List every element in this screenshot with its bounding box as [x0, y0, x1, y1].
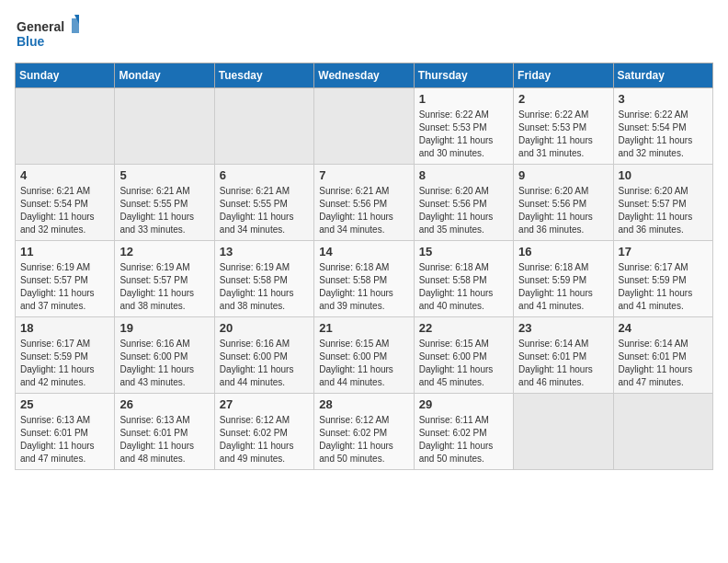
calendar-cell: [115, 88, 214, 165]
day-info: Sunrise: 6:16 AM Sunset: 6:00 PM Dayligh…: [119, 338, 209, 389]
calendar-cell: 11Sunrise: 6:19 AM Sunset: 5:57 PM Dayli…: [16, 241, 115, 317]
calendar-cell: 12Sunrise: 6:19 AM Sunset: 5:57 PM Dayli…: [115, 241, 214, 317]
day-header-sunday: Sunday: [16, 63, 115, 88]
day-header-friday: Friday: [514, 63, 613, 88]
day-info: Sunrise: 6:22 AM Sunset: 5:53 PM Dayligh…: [419, 109, 508, 160]
day-number: 3: [619, 92, 708, 106]
header: General Blue: [15, 15, 713, 52]
day-info: Sunrise: 6:13 AM Sunset: 6:01 PM Dayligh…: [119, 414, 209, 465]
calendar-cell: 9Sunrise: 6:20 AM Sunset: 5:56 PM Daylig…: [514, 165, 613, 241]
calendar-cell: 21Sunrise: 6:15 AM Sunset: 6:00 PM Dayli…: [314, 317, 414, 394]
day-number: 2: [518, 92, 608, 106]
day-header-tuesday: Tuesday: [214, 63, 313, 88]
day-info: Sunrise: 6:15 AM Sunset: 6:00 PM Dayligh…: [319, 338, 408, 389]
day-number: 23: [518, 321, 608, 335]
calendar-cell: 29Sunrise: 6:11 AM Sunset: 6:02 PM Dayli…: [414, 394, 513, 470]
day-number: 26: [119, 397, 209, 411]
day-number: 7: [319, 168, 408, 182]
day-info: Sunrise: 6:21 AM Sunset: 5:55 PM Dayligh…: [119, 185, 209, 236]
calendar-cell: 26Sunrise: 6:13 AM Sunset: 6:01 PM Dayli…: [115, 394, 214, 470]
day-number: 6: [220, 168, 309, 182]
day-number: 4: [20, 168, 109, 182]
day-number: 20: [220, 321, 309, 335]
day-info: Sunrise: 6:18 AM Sunset: 5:59 PM Dayligh…: [518, 261, 608, 313]
day-header-wednesday: Wednesday: [314, 63, 414, 88]
day-number: 28: [319, 397, 408, 411]
logo-svg: General Blue: [15, 15, 79, 52]
calendar-cell: [214, 88, 313, 165]
day-info: Sunrise: 6:14 AM Sunset: 6:01 PM Dayligh…: [619, 338, 708, 389]
calendar-week-5: 25Sunrise: 6:13 AM Sunset: 6:01 PM Dayli…: [16, 394, 713, 470]
calendar-cell: 28Sunrise: 6:12 AM Sunset: 6:02 PM Dayli…: [314, 394, 414, 470]
day-number: 12: [119, 245, 209, 259]
calendar-cell: 13Sunrise: 6:19 AM Sunset: 5:58 PM Dayli…: [214, 241, 313, 317]
calendar-cell: 2Sunrise: 6:22 AM Sunset: 5:53 PM Daylig…: [514, 88, 613, 165]
day-header-monday: Monday: [115, 63, 214, 88]
calendar-cell: 3Sunrise: 6:22 AM Sunset: 5:54 PM Daylig…: [613, 88, 712, 165]
calendar-week-3: 11Sunrise: 6:19 AM Sunset: 5:57 PM Dayli…: [16, 241, 713, 317]
calendar-cell: 17Sunrise: 6:17 AM Sunset: 5:59 PM Dayli…: [613, 241, 712, 317]
calendar-cell: 7Sunrise: 6:21 AM Sunset: 5:56 PM Daylig…: [314, 165, 414, 241]
day-number: 1: [419, 92, 508, 106]
day-info: Sunrise: 6:19 AM Sunset: 5:57 PM Dayligh…: [20, 261, 109, 313]
day-info: Sunrise: 6:22 AM Sunset: 5:53 PM Dayligh…: [518, 109, 608, 160]
day-number: 17: [619, 245, 708, 259]
day-header-thursday: Thursday: [414, 63, 513, 88]
day-number: 16: [518, 245, 608, 259]
calendar-cell: 5Sunrise: 6:21 AM Sunset: 5:55 PM Daylig…: [115, 165, 214, 241]
day-header-saturday: Saturday: [613, 63, 712, 88]
logo: General Blue: [15, 15, 79, 52]
calendar-cell: 19Sunrise: 6:16 AM Sunset: 6:00 PM Dayli…: [115, 317, 214, 394]
day-number: 13: [220, 245, 309, 259]
day-info: Sunrise: 6:18 AM Sunset: 5:58 PM Dayligh…: [419, 261, 508, 313]
day-info: Sunrise: 6:20 AM Sunset: 5:56 PM Dayligh…: [518, 185, 608, 236]
calendar-cell: [613, 394, 712, 470]
day-number: 25: [20, 397, 109, 411]
calendar-cell: 4Sunrise: 6:21 AM Sunset: 5:54 PM Daylig…: [16, 165, 115, 241]
calendar-header-row: SundayMondayTuesdayWednesdayThursdayFrid…: [16, 63, 713, 88]
calendar-week-4: 18Sunrise: 6:17 AM Sunset: 5:59 PM Dayli…: [16, 317, 713, 394]
day-info: Sunrise: 6:21 AM Sunset: 5:54 PM Dayligh…: [20, 185, 109, 236]
calendar-cell: 22Sunrise: 6:15 AM Sunset: 6:00 PM Dayli…: [414, 317, 513, 394]
day-number: 29: [419, 397, 508, 411]
day-info: Sunrise: 6:12 AM Sunset: 6:02 PM Dayligh…: [319, 414, 408, 465]
day-info: Sunrise: 6:12 AM Sunset: 6:02 PM Dayligh…: [220, 414, 309, 465]
calendar-week-2: 4Sunrise: 6:21 AM Sunset: 5:54 PM Daylig…: [16, 165, 713, 241]
calendar-cell: 16Sunrise: 6:18 AM Sunset: 5:59 PM Dayli…: [514, 241, 613, 317]
day-info: Sunrise: 6:21 AM Sunset: 5:55 PM Dayligh…: [220, 185, 309, 236]
calendar-cell: 27Sunrise: 6:12 AM Sunset: 6:02 PM Dayli…: [214, 394, 313, 470]
day-number: 21: [319, 321, 408, 335]
day-number: 18: [20, 321, 109, 335]
calendar-cell: 10Sunrise: 6:20 AM Sunset: 5:57 PM Dayli…: [613, 165, 712, 241]
day-info: Sunrise: 6:22 AM Sunset: 5:54 PM Dayligh…: [619, 109, 708, 160]
calendar-week-1: 1Sunrise: 6:22 AM Sunset: 5:53 PM Daylig…: [16, 88, 713, 165]
day-info: Sunrise: 6:17 AM Sunset: 5:59 PM Dayligh…: [20, 338, 109, 389]
day-info: Sunrise: 6:17 AM Sunset: 5:59 PM Dayligh…: [619, 261, 708, 313]
day-info: Sunrise: 6:13 AM Sunset: 6:01 PM Dayligh…: [20, 414, 109, 465]
svg-text:General: General: [17, 19, 64, 34]
calendar-cell: 14Sunrise: 6:18 AM Sunset: 5:58 PM Dayli…: [314, 241, 414, 317]
calendar-cell: 20Sunrise: 6:16 AM Sunset: 6:00 PM Dayli…: [214, 317, 313, 394]
day-number: 11: [20, 245, 109, 259]
day-number: 10: [619, 168, 708, 182]
calendar-cell: 15Sunrise: 6:18 AM Sunset: 5:58 PM Dayli…: [414, 241, 513, 317]
calendar-table: SundayMondayTuesdayWednesdayThursdayFrid…: [15, 63, 713, 470]
calendar-cell: [314, 88, 414, 165]
day-info: Sunrise: 6:15 AM Sunset: 6:00 PM Dayligh…: [419, 338, 508, 389]
day-info: Sunrise: 6:19 AM Sunset: 5:58 PM Dayligh…: [220, 261, 309, 313]
day-number: 8: [419, 168, 508, 182]
day-info: Sunrise: 6:11 AM Sunset: 6:02 PM Dayligh…: [419, 414, 508, 465]
day-info: Sunrise: 6:20 AM Sunset: 5:56 PM Dayligh…: [419, 185, 508, 236]
day-number: 22: [419, 321, 508, 335]
day-number: 27: [220, 397, 309, 411]
day-info: Sunrise: 6:21 AM Sunset: 5:56 PM Dayligh…: [319, 185, 408, 236]
day-info: Sunrise: 6:18 AM Sunset: 5:58 PM Dayligh…: [319, 261, 408, 313]
calendar-cell: 6Sunrise: 6:21 AM Sunset: 5:55 PM Daylig…: [214, 165, 313, 241]
calendar-cell: [16, 88, 115, 165]
svg-text:Blue: Blue: [17, 34, 45, 49]
day-info: Sunrise: 6:20 AM Sunset: 5:57 PM Dayligh…: [619, 185, 708, 236]
calendar-cell: [514, 394, 613, 470]
day-info: Sunrise: 6:16 AM Sunset: 6:00 PM Dayligh…: [220, 338, 309, 389]
calendar-cell: 24Sunrise: 6:14 AM Sunset: 6:01 PM Dayli…: [613, 317, 712, 394]
day-number: 14: [319, 245, 408, 259]
